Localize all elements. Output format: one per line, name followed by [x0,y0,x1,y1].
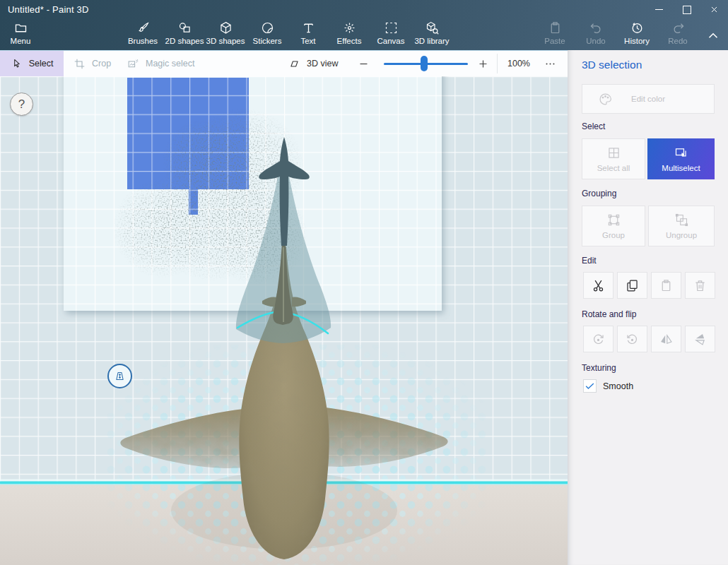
texturing-section-label: Texturing [582,363,616,373]
collapse-ribbon-button chevron-up-icon[interactable] [704,28,722,44]
app-header: Untitled* - Paint 3D Menu Brushes 2D sha… [0,0,728,50]
crop-tool-button: Crop [74,51,111,76]
3d-view-icon [288,58,300,70]
edit-section-label: Edit [582,256,597,266]
more-options-button[interactable] [544,51,556,76]
crop-icon [74,58,86,70]
3d-shapes-icon [218,20,233,35]
ellipsis-icon [544,58,556,70]
3d-view-button[interactable]: 3D view [288,51,338,76]
cut-icon [591,278,606,293]
tool-options-bar: Select Crop Magic select 3D view 100% [0,50,568,76]
copy-icon [625,278,640,293]
effects-icon [342,20,357,35]
2d-shapes-icon [177,20,192,35]
history-icon [630,20,645,35]
grouping-section-label: Grouping [582,189,616,198]
window-controls [645,0,728,19]
paste-icon [548,20,563,35]
smooth-checkbox-label: Smooth [603,381,633,391]
cut-button[interactable] [583,272,613,299]
multiselect-button[interactable]: Multiselect [647,138,715,179]
zoom-level-value[interactable]: 100% [507,51,530,76]
group-button: Group [582,206,645,246]
text-icon [301,20,316,35]
ungroup-button: Ungroup [648,206,715,246]
select-section-label: Select [582,121,605,131]
minimize-icon [655,9,663,11]
canvas-icon [384,20,399,35]
canvas-viewport[interactable]: ? [0,76,568,565]
minimize-button[interactable] [645,0,673,19]
undo-icon [589,20,604,35]
depth-push-pull-icon [114,370,126,382]
tab-stickers[interactable]: Stickers [247,20,287,45]
select-all-icon [606,145,621,160]
flip-horizontal-button [651,326,681,352]
palette-icon [598,92,613,107]
paste-panel-button [651,272,681,299]
tab-3d-shapes[interactable]: 3D shapes [206,20,245,45]
flip-vertical-icon [693,332,708,347]
delete-button [685,272,715,299]
magic-select-tool-button: Magic select [127,51,194,76]
close-icon [708,4,720,16]
rotate-right-button [617,326,647,352]
depth-control-button[interactable] [107,364,132,388]
magic-select-icon [127,58,139,70]
zoom-out-button[interactable] [358,51,370,76]
3d-library-icon [425,20,440,35]
redo-icon [671,20,686,35]
zoom-in-button[interactable] [477,51,489,76]
close-button[interactable] [700,0,728,19]
cursor-icon [11,58,23,70]
copy-button[interactable] [617,272,647,299]
paste-icon [659,278,674,293]
edit-color-button: Edit color [582,84,715,114]
flip-horizontal-icon [659,332,674,347]
trash-icon [693,278,708,293]
checkmark-icon [584,380,596,392]
tab-3d-library[interactable]: 3D library [412,20,452,45]
zoom-slider[interactable] [384,63,468,65]
rotate-right-icon [625,332,640,347]
rotate-section-label: Rotate and flip [582,309,636,319]
tab-canvas[interactable]: Canvas [371,20,411,45]
maximize-button[interactable] [673,0,700,19]
tab-effects[interactable]: Effects [329,20,369,45]
help-button[interactable]: ? [10,93,33,116]
ungroup-icon [674,213,689,227]
minus-icon [358,58,370,70]
scene-3d [0,76,568,565]
tab-text[interactable]: Text [288,20,328,45]
smooth-checkbox[interactable] [583,379,597,393]
group-icon [606,213,621,227]
undo-button: Undo [576,20,616,45]
tab-brushes[interactable]: Brushes [123,20,163,45]
multiselect-icon [674,145,688,160]
toolbar-divider [497,54,498,73]
folder-icon [13,20,28,35]
panel-title: 3D selection [582,59,642,71]
rotate-left-button [583,326,613,352]
select-tool-button[interactable]: Select [0,51,64,76]
plus-icon [477,58,489,70]
stickers-icon [260,20,275,35]
brush-icon [136,20,151,35]
tab-2d-shapes[interactable]: 2D shapes [165,20,204,45]
side-panel-3d-selection: 3D selection Edit color Select Select al… [568,50,728,565]
history-button[interactable]: History [617,20,657,45]
rotate-left-icon [591,332,606,347]
redo-button: Redo [658,20,698,45]
flip-vertical-button [685,326,715,352]
menu-button[interactable]: Menu [4,20,37,45]
maximize-icon [683,6,691,14]
select-all-button: Select all [582,138,645,179]
paste-button: Paste [535,20,575,45]
zoom-slider-thumb[interactable] [421,56,428,71]
window-title: Untitled* - Paint 3D [8,4,89,15]
